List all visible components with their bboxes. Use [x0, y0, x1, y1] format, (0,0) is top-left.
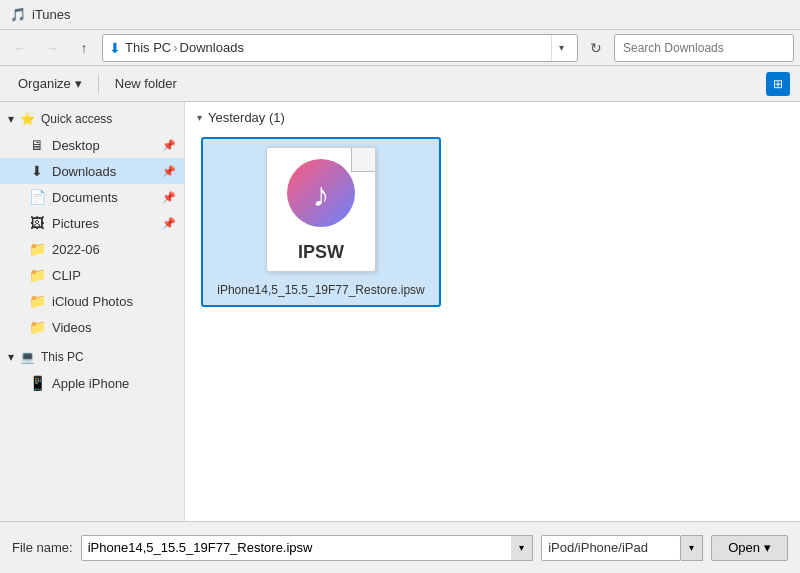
sidebar-label-2022: 2022-06	[52, 242, 100, 257]
sidebar-label-pictures: Pictures	[52, 216, 99, 231]
group-toggle-icon[interactable]: ▾	[197, 112, 202, 123]
sidebar-section-thispc: ▾ 💻 This PC	[0, 344, 184, 370]
quickaccess-icon: ⭐	[20, 112, 35, 126]
refresh-button[interactable]: ↻	[582, 34, 610, 62]
open-arrow: ▾	[764, 540, 771, 555]
thispc-icon: 💻	[20, 350, 35, 364]
open-button[interactable]: Open ▾	[711, 535, 788, 561]
sidebar-item-2022-06[interactable]: 📁 2022-06	[0, 236, 184, 262]
new-folder-button[interactable]: New folder	[107, 71, 185, 97]
filetype-value: iPod/iPhone/iPad	[548, 540, 648, 555]
sidebar-item-pictures[interactable]: 🖼 Pictures 📌	[0, 210, 184, 236]
forward-button[interactable]: →	[38, 34, 66, 62]
sidebar-section-quickaccess: ▾ ⭐ Quick access	[0, 106, 184, 132]
sidebar-label-videos: Videos	[52, 320, 92, 335]
back-button[interactable]: ←	[6, 34, 34, 62]
sidebar-item-videos[interactable]: 📁 Videos	[0, 314, 184, 340]
address-bar[interactable]: ⬇ This PC › Downloads ▾	[102, 34, 578, 62]
desktop-pin-icon: 📌	[162, 139, 176, 152]
pictures-icon: 🖼	[28, 215, 46, 231]
filename-input[interactable]	[81, 535, 533, 561]
app-icon: 🎵	[10, 7, 26, 23]
filename-dropdown-button[interactable]: ▾	[511, 535, 533, 561]
sidebar-item-clip[interactable]: 📁 CLIP	[0, 262, 184, 288]
breadcrumb-downloads: Downloads	[180, 40, 244, 55]
file-name-static-label: File name:	[12, 540, 73, 555]
folder-videos-icon: 📁	[28, 319, 46, 335]
filetype-dropdown-button[interactable]: ▾	[681, 535, 703, 561]
sidebar-label-icloudphotos: iCloud Photos	[52, 294, 133, 309]
thispc-label: This PC	[41, 350, 84, 364]
downloads-icon: ⬇	[28, 163, 46, 179]
new-folder-label: New folder	[115, 76, 177, 91]
sidebar-label-clip: CLIP	[52, 268, 81, 283]
main-area: ▾ ⭐ Quick access 🖥 Desktop 📌 ⬇ Downloads…	[0, 102, 800, 521]
folder-2022-icon: 📁	[28, 241, 46, 257]
filetype-display: iPod/iPhone/iPad	[541, 535, 681, 561]
desktop-icon: 🖥	[28, 137, 46, 153]
address-icon: ⬇	[109, 40, 121, 56]
downloads-pin-icon: 📌	[162, 165, 176, 178]
itunes-logo: ♪	[286, 158, 356, 228]
content-area: ▾ Yesterday (1)	[185, 102, 800, 521]
sidebar-label-documents: Documents	[52, 190, 118, 205]
window-title: iTunes	[32, 7, 71, 22]
group-label: Yesterday (1)	[208, 110, 285, 125]
folder-clip-icon: 📁	[28, 267, 46, 283]
sidebar-item-documents[interactable]: 📄 Documents 📌	[0, 184, 184, 210]
svg-text:♪: ♪	[313, 175, 330, 213]
sidebar-label-iphone: Apple iPhone	[52, 376, 129, 391]
file-icon-wrapper: ♪ IPSW	[261, 147, 381, 277]
organize-arrow: ▾	[75, 76, 82, 91]
toolbar: Organize ▾ New folder ⊞	[0, 66, 800, 102]
sidebar-item-apple-iphone[interactable]: 📱 Apple iPhone	[0, 370, 184, 396]
sidebar-item-desktop[interactable]: 🖥 Desktop 📌	[0, 132, 184, 158]
bottom-bar: File name: ▾ iPod/iPhone/iPad ▾ Open ▾	[0, 521, 800, 573]
breadcrumb: This PC › Downloads	[125, 40, 244, 55]
sidebar-item-downloads[interactable]: ⬇ Downloads 📌	[0, 158, 184, 184]
file-item-ipsw[interactable]: ♪ IPSW iPhone14,5_15.5_19F77_Restore.ips…	[201, 137, 441, 307]
nav-bar: ← → ↑ ⬇ This PC › Downloads ▾ ↻	[0, 30, 800, 66]
filetype-wrap: iPod/iPhone/iPad ▾	[541, 535, 703, 561]
view-toggle[interactable]: ⊞	[766, 72, 790, 96]
quickaccess-toggle: ▾	[8, 112, 14, 126]
iphone-icon: 📱	[28, 375, 46, 391]
group-header: ▾ Yesterday (1)	[197, 110, 788, 125]
file-page-bg: ♪ IPSW	[266, 147, 376, 272]
sidebar-label-desktop: Desktop	[52, 138, 100, 153]
quickaccess-label: Quick access	[41, 112, 112, 126]
organize-label: Organize	[18, 76, 71, 91]
filename-input-wrap: ▾	[81, 535, 533, 561]
open-label: Open	[728, 540, 760, 555]
search-input[interactable]	[614, 34, 794, 62]
thispc-toggle: ▾	[8, 350, 14, 364]
address-dropdown-arrow[interactable]: ▾	[551, 35, 571, 61]
organize-button[interactable]: Organize ▾	[10, 71, 90, 97]
breadcrumb-thispc: This PC	[125, 40, 171, 55]
folder-icloud-icon: 📁	[28, 293, 46, 309]
documents-icon: 📄	[28, 189, 46, 205]
file-type-label: IPSW	[298, 242, 344, 263]
title-bar: 🎵 iTunes	[0, 0, 800, 30]
sidebar-item-icloudphotos[interactable]: 📁 iCloud Photos	[0, 288, 184, 314]
toolbar-right: ⊞	[766, 72, 790, 96]
sidebar: ▾ ⭐ Quick access 🖥 Desktop 📌 ⬇ Downloads…	[0, 102, 185, 521]
up-button[interactable]: ↑	[70, 34, 98, 62]
toolbar-separator	[98, 74, 99, 94]
file-grid: ♪ IPSW iPhone14,5_15.5_19F77_Restore.ips…	[197, 133, 788, 311]
sidebar-label-downloads: Downloads	[52, 164, 116, 179]
pictures-pin-icon: 📌	[162, 217, 176, 230]
breadcrumb-sep: ›	[173, 40, 177, 55]
file-name-label: iPhone14,5_15.5_19F77_Restore.ipsw	[217, 283, 424, 297]
documents-pin-icon: 📌	[162, 191, 176, 204]
